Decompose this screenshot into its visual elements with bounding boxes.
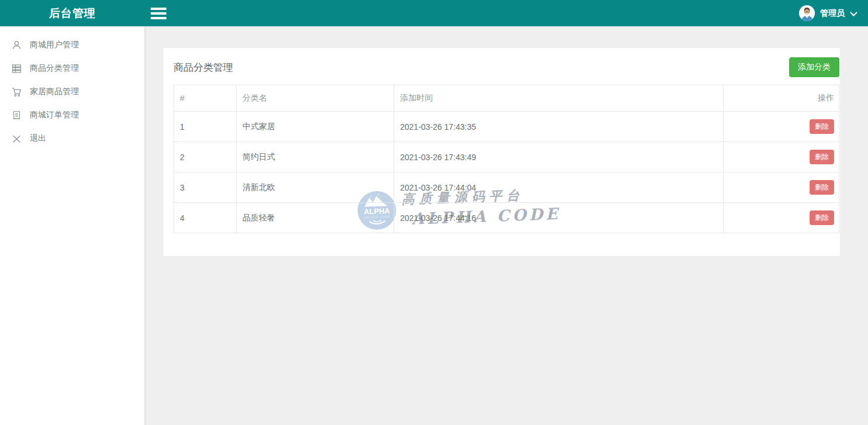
cell-category-name: 中式家居 (237, 112, 394, 142)
delete-button[interactable]: 删除 (810, 210, 834, 225)
category-table: # 分类名 添加时间 操作 1 中式家居 2021-03-26 17:43:35… (173, 85, 839, 233)
delete-button[interactable]: 删除 (810, 150, 834, 164)
close-icon (12, 134, 22, 144)
sidebar-item-label: 家居商品管理 (30, 87, 79, 97)
sidebar-item-label: 商城用户管理 (30, 40, 79, 50)
user-name[interactable]: 管理员 (820, 8, 845, 19)
delete-button[interactable]: 删除 (810, 119, 834, 134)
sidebar-item-mall-users[interactable]: 商城用户管理 (0, 33, 148, 57)
cell-added-time: 2021-03-26 17:44:16 (394, 203, 724, 233)
delete-button[interactable]: 删除 (810, 180, 834, 195)
user-icon (12, 40, 22, 50)
cell-category-name: 品质轻奢 (237, 203, 394, 233)
cell-category-name: 简约日式 (237, 142, 394, 172)
cart-icon (12, 87, 22, 97)
table-header-row: # 分类名 添加时间 操作 (174, 85, 839, 112)
cell-index: 2 (174, 142, 237, 172)
user-menu[interactable]: 管理员 (799, 5, 857, 21)
avatar[interactable] (799, 5, 815, 21)
cell-category-name: 清新北欧 (237, 172, 394, 203)
sidebar-item-mall-orders[interactable]: 商城订单管理 (0, 103, 148, 127)
sidebar-item-home-products[interactable]: 家居商品管理 (0, 80, 148, 103)
sidebar-item-product-categories[interactable]: 商品分类管理 (0, 57, 148, 80)
main-content: 商品分类管理 添加分类 ALPHA SOURCE CODE 高质量源码平台 AL… (148, 26, 868, 425)
table-row: 2 简约日式 2021-03-26 17:43:49 删除 (174, 142, 839, 172)
sidebar-item-label: 商城订单管理 (30, 110, 79, 120)
order-icon (12, 110, 22, 120)
page-title: 商品分类管理 (173, 61, 233, 74)
sidebar-item-label: 商品分类管理 (30, 63, 79, 74)
category-panel: 商品分类管理 添加分类 ALPHA SOURCE CODE 高质量源码平台 AL… (164, 48, 840, 256)
sidebar-item-label: 退出 (30, 133, 46, 144)
cell-added-time: 2021-03-26 17:43:49 (394, 142, 724, 172)
table-row: 3 清新北欧 2021-03-26 17:44:04 删除 (174, 172, 839, 203)
category-icon (12, 64, 22, 74)
sidebar-item-logout[interactable]: 退出 (0, 127, 148, 150)
column-header-actions: 操作 (724, 85, 839, 112)
cell-index: 3 (174, 172, 237, 203)
add-category-button[interactable]: 添加分类 (789, 57, 839, 77)
column-header-name: 分类名 (237, 85, 394, 112)
menu-toggle-icon[interactable] (151, 8, 166, 19)
chevron-down-icon (850, 12, 857, 16)
column-header-time: 添加时间 (394, 85, 724, 112)
sidebar: 商城用户管理 商品分类管理 家居商品管理 商城订单管理 退 (0, 26, 148, 425)
table-row: 1 中式家居 2021-03-26 17:43:35 删除 (174, 112, 839, 142)
cell-index: 4 (174, 203, 237, 233)
top-navbar: 后台管理 管理员 (0, 0, 868, 26)
cell-index: 1 (174, 112, 237, 142)
cell-added-time: 2021-03-26 17:44:04 (394, 172, 724, 203)
column-header-index: # (174, 85, 237, 112)
table-row: 4 品质轻奢 2021-03-26 17:44:16 删除 (174, 203, 839, 233)
cell-added-time: 2021-03-26 17:43:35 (394, 112, 724, 142)
app-title: 后台管理 (0, 6, 145, 21)
